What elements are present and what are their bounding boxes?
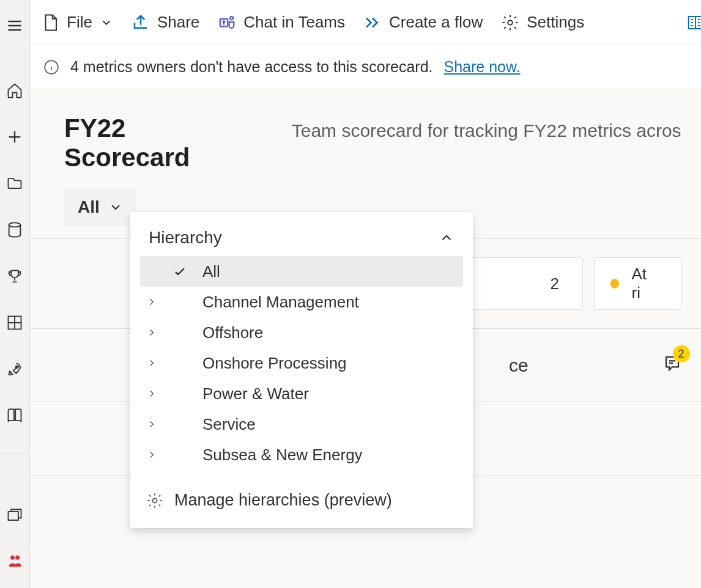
pill-label: At ri <box>631 265 657 303</box>
status-dot <box>610 279 620 288</box>
chevron-down-icon <box>100 16 113 29</box>
hierarchy-item-label: Service <box>200 415 256 434</box>
info-bar: 4 metrics owners don't have access to th… <box>30 45 701 89</box>
check-icon <box>172 264 187 279</box>
hamburger-icon <box>6 17 23 34</box>
svg-point-5 <box>15 556 20 560</box>
gear-icon <box>146 492 163 509</box>
share-icon <box>132 13 150 32</box>
chevron-down-icon <box>108 200 123 215</box>
filter-label: All <box>78 197 100 217</box>
toolbar: File Share Chat in Teams Create a flow S… <box>30 0 701 45</box>
notes-button[interactable]: 2 <box>663 354 681 377</box>
info-message: 4 metrics owners don't have access to th… <box>70 58 433 76</box>
rocket-icon <box>6 361 23 378</box>
settings-button[interactable]: Settings <box>501 13 584 32</box>
hierarchy-item-service[interactable]: Service <box>140 409 463 439</box>
hierarchy-item-label: Onshore Processing <box>200 354 347 373</box>
svg-point-11 <box>153 498 157 502</box>
share-button[interactable]: Share <box>132 13 199 32</box>
folder-icon <box>6 175 23 192</box>
nav-learn[interactable] <box>0 401 29 430</box>
dropdown-header[interactable]: Hierarchy <box>140 228 463 256</box>
hierarchy-item-channel-management[interactable]: Channel Management <box>140 287 463 317</box>
manage-hierarchies-button[interactable]: Manage hierarchies (preview) <box>140 470 463 513</box>
nav-workspace-people[interactable] <box>0 546 29 576</box>
page-title: FY22 Scorecard <box>64 114 250 172</box>
page-description: Team scorecard for tracking FY22 metrics… <box>292 120 681 141</box>
nav-rail <box>0 0 30 588</box>
apps-icon <box>6 314 23 331</box>
file-label: File <box>67 13 92 32</box>
nav-home[interactable] <box>0 76 29 105</box>
dropdown-title: Hierarchy <box>149 228 222 248</box>
chevron-right-icon[interactable] <box>146 358 157 369</box>
share-now-link[interactable]: Share now. <box>444 58 521 76</box>
teams-icon <box>218 13 236 32</box>
svg-point-7 <box>230 17 233 20</box>
share-label: Share <box>157 13 199 32</box>
svg-point-8 <box>508 20 513 25</box>
notes-count-badge: 2 <box>673 345 690 362</box>
hierarchy-item-label: All <box>200 262 220 281</box>
nav-goals[interactable] <box>0 262 29 291</box>
info-icon <box>43 59 59 75</box>
flow-icon <box>363 13 382 32</box>
settings-label: Settings <box>527 13 584 32</box>
chevron-up-icon <box>439 230 454 246</box>
manage-hierarchies-label: Manage hierarchies (preview) <box>174 491 392 510</box>
hierarchy-item-onshore-processing[interactable]: Onshore Processing <box>140 348 463 378</box>
create-flow-button[interactable]: Create a flow <box>363 13 483 32</box>
reading-view-icon <box>686 13 701 32</box>
hierarchy-item-power-water[interactable]: Power & Water <box>140 378 463 409</box>
book-icon <box>6 407 23 424</box>
svg-point-0 <box>9 222 21 227</box>
hierarchy-item-label: Power & Water <box>200 384 309 403</box>
hierarchy-item-all[interactable]: All <box>140 256 463 287</box>
file-menu[interactable]: File <box>41 13 113 32</box>
nav-browse[interactable] <box>0 169 29 198</box>
hierarchy-item-offshore[interactable]: Offshore <box>140 317 463 348</box>
nav-create[interactable] <box>0 122 29 152</box>
hierarchy-item-label: Subsea & New Energy <box>200 446 363 465</box>
gear-icon <box>501 13 519 32</box>
create-flow-label: Create a flow <box>389 13 483 32</box>
trophy-icon <box>6 268 23 285</box>
home-icon <box>6 82 23 99</box>
chevron-right-icon[interactable] <box>146 419 157 430</box>
people-icon <box>6 553 23 570</box>
database-icon <box>6 221 23 238</box>
hierarchy-item-label: Channel Management <box>200 293 359 312</box>
workspaces-icon <box>6 507 23 524</box>
nav-deploy[interactable] <box>0 355 29 384</box>
plus-icon <box>6 128 23 145</box>
status-pill-at-risk[interactable]: At ri <box>594 257 681 310</box>
reading-view-button[interactable] <box>686 13 701 32</box>
svg-point-4 <box>10 556 15 560</box>
hierarchy-filter-button[interactable]: All <box>64 188 136 226</box>
nav-data[interactable] <box>0 215 29 244</box>
svg-rect-3 <box>9 512 18 520</box>
chat-teams-button[interactable]: Chat in Teams <box>218 13 345 32</box>
chevron-right-icon[interactable] <box>146 449 157 460</box>
hierarchy-item-subsea-new-energy[interactable]: Subsea & New Energy <box>140 439 463 470</box>
nav-workspaces[interactable] <box>0 501 29 531</box>
file-icon <box>41 13 59 32</box>
chat-teams-label: Chat in Teams <box>243 13 345 32</box>
chevron-right-icon[interactable] <box>146 327 157 338</box>
pill-count: 2 <box>550 274 558 293</box>
hierarchy-dropdown: Hierarchy All Channel Management Offshor… <box>130 212 473 528</box>
chevron-right-icon[interactable] <box>146 388 157 399</box>
hamburger-menu-button[interactable] <box>0 11 29 40</box>
nav-apps[interactable] <box>0 308 29 337</box>
hierarchy-item-label: Offshore <box>200 323 263 342</box>
chevron-right-icon[interactable] <box>146 296 157 307</box>
